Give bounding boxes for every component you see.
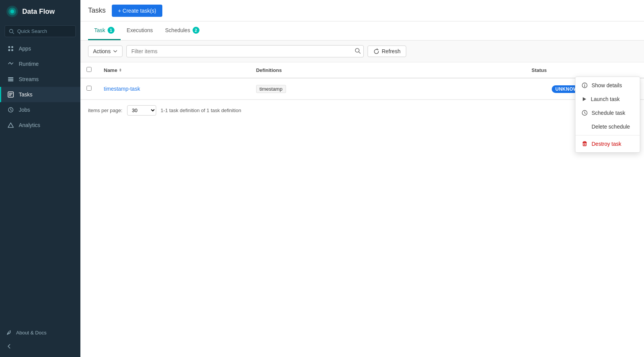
tab-schedules[interactable]: Schedules 2 <box>159 21 205 40</box>
row-checkbox[interactable] <box>87 86 92 91</box>
sidebar-nav: Apps Runtime Streams <box>0 41 80 133</box>
tab-schedules-badge: 2 <box>193 27 199 34</box>
sidebar-item-apps[interactable]: Apps <box>0 41 80 56</box>
dropdown-show-details-label: Show details <box>592 82 622 88</box>
tab-executions-label: Executions <box>127 27 153 33</box>
svg-point-7 <box>8 49 10 51</box>
svg-point-2 <box>10 10 14 13</box>
row-name-cell: timestamp-task <box>98 78 250 99</box>
sidebar-item-tasks-label: Tasks <box>19 91 33 98</box>
dropdown-delete-schedule[interactable]: Delete schedule <box>575 120 640 134</box>
sidebar-item-streams[interactable]: Streams <box>0 72 80 87</box>
leaf-icon <box>6 329 12 336</box>
chevron-down-icon <box>113 49 118 54</box>
select-all-header <box>80 62 98 78</box>
search-icon <box>9 29 14 34</box>
sidebar-item-jobs-label: Jobs <box>19 107 30 113</box>
dropdown-schedule-task[interactable]: Schedule task <box>575 106 640 120</box>
quick-search[interactable]: Quick Search <box>5 25 76 37</box>
svg-point-8 <box>11 49 13 51</box>
tab-executions[interactable]: Executions <box>121 22 159 40</box>
play-filled-icon <box>582 96 587 102</box>
runtime-icon <box>7 60 14 67</box>
chevron-left-icon <box>6 343 12 349</box>
refresh-button[interactable]: Refresh <box>368 46 406 57</box>
svg-rect-10 <box>8 79 13 80</box>
jobs-icon <box>7 106 14 113</box>
sidebar-item-runtime-label: Runtime <box>19 61 39 67</box>
dropdown-schedule-task-label: Schedule task <box>592 110 625 116</box>
task-name-link[interactable]: timestamp-task <box>104 86 140 92</box>
dropdown-menu: Show details Launch task Schedule task D… <box>575 77 640 153</box>
collapse-sidebar-btn[interactable] <box>6 340 74 352</box>
sidebar-bottom: About & Docs <box>0 322 80 357</box>
actions-label: Actions <box>93 48 111 54</box>
about-docs-link[interactable]: About & Docs <box>6 326 74 339</box>
sidebar: Data Flow Quick Search Apps <box>0 0 80 357</box>
topbar: Tasks + Create task(s) <box>80 0 644 21</box>
sidebar-item-streams-label: Streams <box>19 76 39 82</box>
filter-input[interactable] <box>126 45 364 57</box>
pagination-bar: items per page: 10 20 30 50 100 1-1 task… <box>80 99 644 121</box>
dropdown-destroy-task-label: Destroy task <box>592 141 621 147</box>
sidebar-item-runtime[interactable]: Runtime <box>0 56 80 72</box>
refresh-icon <box>373 48 379 54</box>
filter-wrap <box>126 45 364 57</box>
app-logo: Data Flow <box>0 0 80 23</box>
col-status-header: Status <box>382 62 593 78</box>
dropdown-launch-task[interactable]: Launch task <box>575 92 640 106</box>
per-page-select[interactable]: 10 20 30 50 100 <box>127 105 156 116</box>
tab-schedules-label: Schedules <box>165 27 190 33</box>
quick-search-placeholder: Quick Search <box>17 28 47 34</box>
dropdown-show-details[interactable]: Show details <box>575 78 640 92</box>
svg-rect-9 <box>8 77 13 78</box>
tab-task[interactable]: Task 1 <box>88 21 121 40</box>
svg-point-5 <box>8 46 10 48</box>
svg-marker-17 <box>8 123 13 127</box>
apps-icon <box>7 45 14 52</box>
select-all-checkbox[interactable] <box>87 67 92 72</box>
sidebar-item-analytics-label: Analytics <box>19 122 40 128</box>
svg-point-27 <box>584 84 585 85</box>
sort-icon: ⬍ <box>119 68 122 72</box>
row-checkbox-cell <box>80 78 98 99</box>
dropdown-launch-task-label: Launch task <box>591 96 620 102</box>
tasks-table: Name ⬍ Definitions Status <box>80 62 644 99</box>
tasks-icon <box>7 91 14 98</box>
svg-marker-28 <box>583 97 586 101</box>
create-tasks-button[interactable]: + Create task(s) <box>112 5 162 17</box>
items-per-page-label: items per page: <box>88 108 123 113</box>
dropdown-delete-schedule-label: Delete schedule <box>592 124 630 130</box>
sidebar-item-apps-label: Apps <box>19 46 31 52</box>
logo-icon <box>6 5 18 18</box>
tab-task-label: Task <box>94 27 105 33</box>
svg-rect-11 <box>8 80 13 82</box>
main-content: Tasks + Create task(s) Task 1 Executions… <box>80 0 644 357</box>
clock-icon <box>582 110 588 116</box>
analytics-icon <box>7 122 14 129</box>
dropdown-divider <box>575 135 640 135</box>
filter-search-button[interactable] <box>355 48 361 55</box>
col-actions-header <box>593 62 644 78</box>
svg-line-20 <box>359 52 360 54</box>
svg-point-6 <box>11 46 13 48</box>
search-icon <box>355 48 361 54</box>
col-name-header: Name ⬍ <box>98 62 250 78</box>
sidebar-item-tasks[interactable]: Tasks <box>0 87 80 102</box>
tabs-bar: Task 1 Executions Schedules 2 <box>80 21 644 41</box>
streams-icon <box>7 76 14 83</box>
svg-rect-30 <box>583 143 586 146</box>
dropdown-destroy-task[interactable]: Destroy task <box>575 137 640 151</box>
pagination-summary: 1-1 task definition of 1 task definition <box>161 108 241 113</box>
col-definitions-header: Definitions <box>250 62 382 78</box>
sidebar-item-jobs[interactable]: Jobs <box>0 102 80 117</box>
row-definition-cell: timestamp <box>250 78 382 99</box>
app-title: Data Flow <box>22 8 55 16</box>
page-title: Tasks <box>88 7 106 15</box>
sidebar-item-analytics[interactable]: Analytics <box>0 117 80 133</box>
info-circle-icon <box>582 82 588 88</box>
actions-button[interactable]: Actions <box>88 46 123 57</box>
definition-badge: timestamp <box>256 85 286 93</box>
toolbar: Actions Refresh <box>80 41 644 62</box>
tab-task-badge: 1 <box>108 27 114 34</box>
